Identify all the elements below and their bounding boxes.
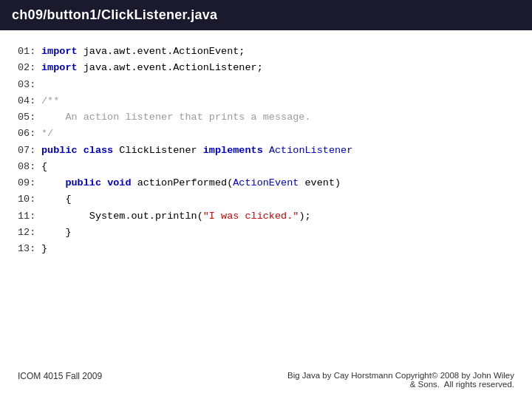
line-number: 02: <box>18 60 41 76</box>
page-title: ch09/button1/ClickListener.java <box>0 0 532 30</box>
code-text: { <box>41 191 72 208</box>
code-text: */ <box>41 126 53 142</box>
line-number: 01: <box>18 44 41 60</box>
code-text: import java.awt.event.ActionEvent; <box>41 44 245 60</box>
code-line-01: 01: import java.awt.event.ActionEvent; <box>18 44 514 60</box>
code-text: } <box>41 225 72 241</box>
line-number: 10: <box>18 191 41 208</box>
code-text: An action listener that prints a message… <box>41 109 311 126</box>
line-number: 08: <box>18 159 41 175</box>
line-number: 07: <box>18 143 41 159</box>
code-line-06: 06: */ <box>18 126 514 142</box>
line-number: 12: <box>18 225 41 241</box>
line-number: 04: <box>18 93 41 109</box>
code-text: System.out.println("I was clicked."); <box>41 208 311 225</box>
code-line-13: 13: } <box>18 241 514 257</box>
code-line-04: 04: /** <box>18 93 514 109</box>
code-line-11: 11: System.out.println("I was clicked.")… <box>18 208 514 225</box>
line-number: 05: <box>18 109 41 126</box>
line-number: 06: <box>18 126 41 142</box>
code-text: public class ClickListener implements Ac… <box>41 143 352 159</box>
code-text: { <box>41 159 47 175</box>
line-number: 13: <box>18 241 41 257</box>
code-content: 01: import java.awt.event.ActionEvent; 0… <box>0 30 532 270</box>
code-line-02: 02: import java.awt.event.ActionListener… <box>18 60 514 76</box>
footer: ICOM 4015 Fall 2009 Big Java by Cay Hors… <box>0 371 532 389</box>
line-number: 11: <box>18 208 41 225</box>
code-line-10: 10: { <box>18 191 514 208</box>
code-line-08: 08: { <box>18 159 514 175</box>
code-line-03: 03: <box>18 77 514 93</box>
footer-left: ICOM 4015 Fall 2009 <box>18 371 102 389</box>
code-text: } <box>41 241 47 257</box>
code-line-05: 05: An action listener that prints a mes… <box>18 109 514 126</box>
footer-right: Big Java by Cay Horstmann Copyright© 200… <box>287 371 514 389</box>
code-block: 01: import java.awt.event.ActionEvent; 0… <box>18 44 514 257</box>
code-line-09: 09: public void actionPerformed(ActionEv… <box>18 175 514 191</box>
code-line-12: 12: } <box>18 225 514 241</box>
line-number: 09: <box>18 175 41 191</box>
code-line-07: 07: public class ClickListener implement… <box>18 143 514 159</box>
line-number: 03: <box>18 77 41 93</box>
code-text <box>41 77 47 93</box>
code-text: import java.awt.event.ActionListener; <box>41 60 263 76</box>
code-text: /** <box>41 93 59 109</box>
code-text: public void actionPerformed(ActionEvent … <box>41 175 341 191</box>
